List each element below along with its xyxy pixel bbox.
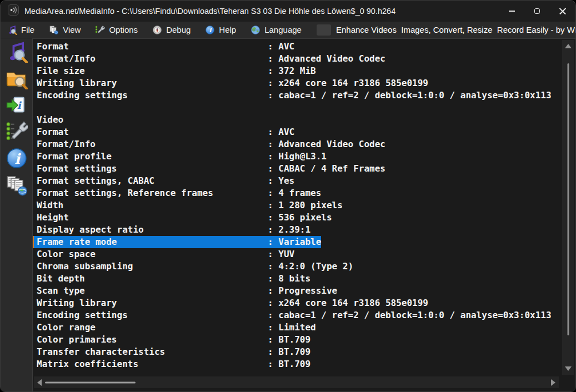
menu-help-label: Help bbox=[219, 25, 236, 34]
vertical-scrollbar[interactable] bbox=[562, 40, 574, 375]
field-value: : 1 280 pixels bbox=[268, 200, 343, 210]
info-row[interactable]: Width: 1 280 pixels bbox=[37, 199, 575, 212]
field-value: : BT.709 bbox=[268, 359, 310, 369]
field-value: : BT.709 bbox=[268, 346, 310, 357]
section-header-row[interactable]: Video bbox=[37, 114, 575, 126]
maximize-button[interactable] bbox=[524, 1, 550, 22]
open-folder-button[interactable] bbox=[4, 68, 29, 91]
field-label: Display aspect ratio bbox=[37, 224, 268, 236]
info-row[interactable]: Writing library: x264 core 164 r3186 585… bbox=[37, 77, 575, 89]
close-button[interactable] bbox=[550, 1, 575, 22]
scroll-up-arrow[interactable] bbox=[565, 44, 572, 48]
info-row[interactable]: Frame rate mode: Variable bbox=[37, 236, 575, 248]
field-label: Writing library bbox=[37, 297, 268, 309]
menu-help[interactable]: i Help bbox=[205, 25, 236, 35]
field-value: : AVC bbox=[268, 41, 294, 52]
promo-text: Enhance Videos Images, Convert, Resize R… bbox=[336, 25, 576, 34]
field-label: Encoding settings bbox=[37, 89, 268, 102]
field-label: Frame rate mode bbox=[37, 236, 268, 248]
field-value: : cabac=1 / ref=2 / deblock=1:0:0 / anal… bbox=[268, 310, 552, 320]
open-file-button[interactable] bbox=[4, 41, 29, 64]
info-row[interactable]: Encoding settings: cabac=1 / ref=2 / deb… bbox=[37, 309, 575, 321]
field-label: Format settings, Reference frames bbox=[37, 187, 268, 199]
field-label: Transfer characteristics bbox=[37, 346, 268, 358]
promo-ad[interactable]: Enhance Videos Images, Convert, Resize R… bbox=[317, 24, 576, 36]
info-panel: Format: AVCFormat/Info: Advanced Video C… bbox=[32, 38, 575, 391]
info-row[interactable]: Format/Info: Advanced Video Codec bbox=[37, 53, 575, 65]
field-value: : AVC bbox=[268, 127, 294, 137]
scroll-right-arrow[interactable] bbox=[551, 379, 555, 386]
field-label: Encoding settings bbox=[37, 309, 268, 321]
scroll-down-arrow[interactable] bbox=[565, 366, 572, 371]
field-value: : 8 bits bbox=[268, 273, 310, 284]
about-button[interactable]: i bbox=[4, 148, 29, 171]
horizontal-scrollbar[interactable] bbox=[34, 376, 559, 388]
export-button[interactable]: i bbox=[4, 94, 29, 118]
info-row[interactable]: Bit depth: 8 bits bbox=[37, 273, 575, 285]
horizontal-scrollbar-thumb[interactable] bbox=[45, 381, 136, 383]
maximize-icon bbox=[534, 8, 540, 14]
mediainfo-window: MediaArea.net/MediaInfo - C:\Users\Findu… bbox=[0, 0, 576, 392]
info-row[interactable]: Scan type: Progressive bbox=[37, 285, 575, 297]
view-menu-icon bbox=[49, 25, 59, 35]
scroll-left-arrow[interactable] bbox=[37, 379, 42, 386]
info-row[interactable]: Format: AVC bbox=[37, 41, 575, 53]
field-value: : x264 core 164 r3186 585e0199 bbox=[268, 298, 428, 308]
info-row[interactable]: Chroma subsampling: 4:2:0 (Type 2) bbox=[37, 260, 575, 273]
file-menu-icon bbox=[7, 25, 17, 35]
info-row[interactable]: Color range: Limited bbox=[37, 321, 575, 334]
preferences-wrench-icon bbox=[6, 120, 28, 145]
field-value: : Variable bbox=[268, 237, 321, 247]
menu-language-label: Language bbox=[264, 25, 302, 34]
info-rows: Format: AVCFormat/Info: Advanced Video C… bbox=[33, 39, 575, 370]
info-row[interactable]: Format settings: CABAC / 4 Ref Frames bbox=[37, 163, 575, 175]
blank-row bbox=[37, 102, 575, 114]
info-row[interactable]: Encoding settings: cabac=1 / ref=2 / deb… bbox=[37, 89, 575, 102]
field-value: : 4 frames bbox=[268, 188, 321, 198]
info-row[interactable]: Format profile: High@L3.1 bbox=[37, 150, 575, 163]
info-row[interactable]: Writing library: x264 core 164 r3186 585… bbox=[37, 297, 575, 309]
info-row[interactable]: Color space: YUV bbox=[37, 248, 575, 260]
field-label: Scan type bbox=[37, 285, 268, 297]
vertical-scrollbar-thumb[interactable] bbox=[567, 63, 569, 335]
field-label: Bit depth bbox=[37, 273, 268, 285]
info-row[interactable]: File size: 372 MiB bbox=[37, 65, 575, 77]
field-label: Chroma subsampling bbox=[37, 260, 268, 273]
field-value: : Yes bbox=[268, 175, 294, 186]
menu-view[interactable]: View bbox=[49, 25, 81, 35]
field-label: Writing library bbox=[37, 77, 268, 89]
info-row[interactable]: Matrix coefficients: BT.709 bbox=[37, 358, 575, 370]
info-row[interactable]: Transfer characteristics: BT.709 bbox=[37, 346, 575, 358]
language-menu-icon bbox=[251, 25, 261, 35]
field-value: : BT.709 bbox=[268, 334, 310, 345]
field-value: : Limited bbox=[268, 322, 316, 333]
info-row[interactable]: Color primaries: BT.709 bbox=[37, 334, 575, 346]
info-row[interactable]: Format settings, CABAC: Yes bbox=[37, 175, 575, 187]
info-row[interactable]: Height: 536 pixels bbox=[37, 212, 575, 224]
field-label: Format bbox=[37, 126, 268, 138]
promo-badge-icon bbox=[317, 24, 331, 36]
menu-options[interactable]: Options bbox=[95, 25, 138, 35]
minimize-button[interactable] bbox=[499, 1, 524, 22]
field-label: Format bbox=[37, 41, 268, 53]
field-label: Color primaries bbox=[37, 334, 268, 346]
compare-files-button[interactable] bbox=[4, 174, 29, 198]
field-label: Format/Info bbox=[37, 53, 268, 65]
menu-file[interactable]: File bbox=[7, 25, 34, 35]
menu-options-label: Options bbox=[109, 25, 138, 34]
info-row[interactable]: Display aspect ratio: 2.39:1 bbox=[37, 224, 575, 236]
info-row[interactable]: Format/Info: Advanced Video Codec bbox=[37, 138, 575, 150]
menu-language[interactable]: Language bbox=[251, 25, 302, 35]
preferences-button[interactable] bbox=[4, 121, 29, 144]
field-value: : Advanced Video Codec bbox=[268, 53, 385, 64]
field-value: : 536 pixels bbox=[268, 212, 332, 223]
menu-debug[interactable]: Debug bbox=[152, 25, 191, 35]
info-row[interactable]: Format: AVC bbox=[37, 126, 575, 138]
menu-debug-label: Debug bbox=[166, 25, 191, 34]
info-row[interactable]: Format settings, Reference frames: 4 fra… bbox=[37, 187, 575, 199]
field-label: File size bbox=[37, 65, 268, 77]
field-label: Format settings bbox=[37, 163, 268, 175]
field-value: : 372 MiB bbox=[268, 66, 316, 76]
menu-file-label: File bbox=[21, 25, 34, 34]
titlebar: MediaArea.net/MediaInfo - C:\Users\Findu… bbox=[1, 1, 575, 22]
